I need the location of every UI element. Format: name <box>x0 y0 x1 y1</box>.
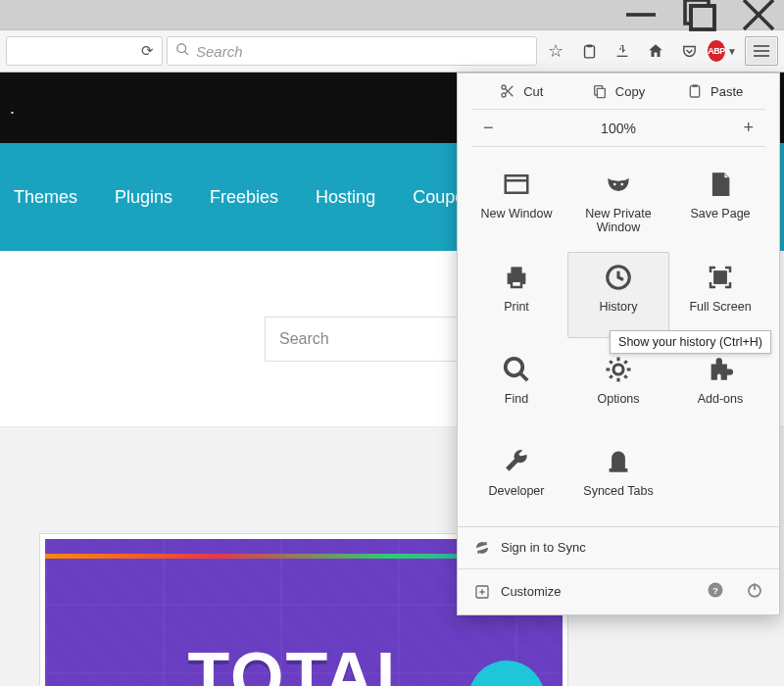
svg-rect-10 <box>617 56 628 57</box>
svg-text:?: ? <box>712 585 718 596</box>
menu-item-history[interactable]: History <box>567 252 669 338</box>
menu-item-label: New Window <box>481 207 553 234</box>
help-button[interactable]: ? <box>707 581 724 603</box>
svg-rect-16 <box>597 88 605 97</box>
app-menu-panel: Cut Copy Paste − 100% + New WindowNew Pr… <box>457 73 780 615</box>
page-search-placeholder: Search <box>279 330 329 348</box>
menu-item-fullscreen[interactable]: Full Screen <box>669 252 771 338</box>
hamburger-icon <box>754 50 769 52</box>
window-close-button[interactable] <box>741 1 776 28</box>
menu-footer: Sign in to Sync Customize ? <box>458 526 779 614</box>
svg-rect-2 <box>691 6 714 29</box>
menu-item-label: Save Page <box>690 207 750 234</box>
svg-rect-18 <box>692 84 697 87</box>
pocket-icon[interactable] <box>674 36 704 66</box>
window-titlebar <box>0 0 784 29</box>
wrench-icon <box>500 445 533 478</box>
quit-button[interactable] <box>746 581 763 603</box>
menu-item-label: New Private Window <box>570 207 666 235</box>
nav-link-hosting[interactable]: Hosting <box>316 187 375 208</box>
history-icon <box>602 261 635 294</box>
reload-icon[interactable]: ⟳ <box>141 42 154 60</box>
page-icon <box>704 168 737 201</box>
find-icon <box>500 353 533 386</box>
cut-button[interactable]: Cut <box>473 83 570 99</box>
window-minimize-button[interactable] <box>623 1 659 28</box>
site-title-fragment: . <box>10 98 15 119</box>
plus-box-icon <box>473 583 491 601</box>
downloads-icon[interactable] <box>608 36 637 66</box>
abp-icon: ABP <box>708 40 725 62</box>
paste-icon <box>687 83 703 99</box>
nav-link-plugins[interactable]: Plugins <box>115 187 172 208</box>
home-icon[interactable] <box>641 36 670 66</box>
menu-item-find[interactable]: Find <box>466 344 567 430</box>
menu-item-label: Full Screen <box>689 300 751 327</box>
zoom-row: − 100% + <box>458 110 779 146</box>
menu-item-mask[interactable]: New Private Window <box>567 159 669 246</box>
url-bar[interactable]: ⟳ <box>6 36 163 66</box>
abp-button[interactable]: ABP ▼ <box>708 36 737 66</box>
zoom-out-button[interactable]: − <box>483 118 494 138</box>
paste-button[interactable]: Paste <box>666 83 763 99</box>
menu-item-label: History <box>600 300 638 327</box>
mask-icon <box>602 168 635 201</box>
gear-icon <box>602 353 635 386</box>
menu-item-window[interactable]: New Window <box>466 159 567 246</box>
reader-clipboard-icon[interactable] <box>574 36 604 66</box>
browser-toolbar: ⟳ Search ☆ ABP ▼ <box>0 29 784 73</box>
dropdown-caret-icon: ▼ <box>727 46 737 57</box>
menu-item-synced[interactable]: Synced Tabs <box>567 436 669 522</box>
copy-button[interactable]: Copy <box>570 83 667 99</box>
bookmark-star-icon[interactable]: ☆ <box>541 36 570 66</box>
fullscreen-icon <box>704 261 737 294</box>
svg-rect-9 <box>586 44 592 47</box>
sync-icon <box>473 539 491 557</box>
svg-rect-8 <box>584 45 594 57</box>
search-icon <box>175 42 190 60</box>
synced-icon <box>602 445 635 478</box>
nav-link-freebies[interactable]: Freebies <box>210 187 278 208</box>
svg-line-7 <box>184 51 188 55</box>
print-icon <box>500 261 533 294</box>
svg-rect-17 <box>690 86 699 97</box>
menu-item-print[interactable]: Print <box>466 252 567 338</box>
copy-icon <box>592 83 608 99</box>
menu-item-gear[interactable]: Options <box>567 344 669 430</box>
sync-row[interactable]: Sign in to Sync <box>458 527 779 568</box>
menu-item-label: Add-ons <box>698 392 744 419</box>
history-tooltip: Show your history (Ctrl+H) <box>610 330 771 354</box>
menu-button[interactable] <box>745 36 778 66</box>
puzzle-icon <box>704 353 737 386</box>
menu-item-label: Synced Tabs <box>583 484 653 512</box>
nav-link-themes[interactable]: Themes <box>14 187 77 208</box>
clipboard-row: Cut Copy Paste <box>458 74 779 109</box>
search-box[interactable]: Search <box>167 36 537 66</box>
menu-item-wrench[interactable]: Developer <box>466 436 567 522</box>
svg-point-6 <box>177 44 186 53</box>
menu-item-label: Options <box>597 392 639 419</box>
menu-item-label: Find <box>505 392 528 419</box>
zoom-in-button[interactable]: + <box>743 118 754 138</box>
menu-item-label: Print <box>504 300 529 327</box>
window-maximize-button[interactable] <box>682 1 717 28</box>
menu-item-label: Developer <box>489 484 545 512</box>
search-placeholder: Search <box>196 43 243 60</box>
customize-row[interactable]: Customize <box>473 583 561 601</box>
menu-item-puzzle[interactable]: Add-ons <box>669 344 771 430</box>
window-icon <box>500 168 533 201</box>
scissors-icon <box>500 83 515 99</box>
zoom-level: 100% <box>601 121 636 136</box>
menu-item-page[interactable]: Save Page <box>669 159 771 246</box>
